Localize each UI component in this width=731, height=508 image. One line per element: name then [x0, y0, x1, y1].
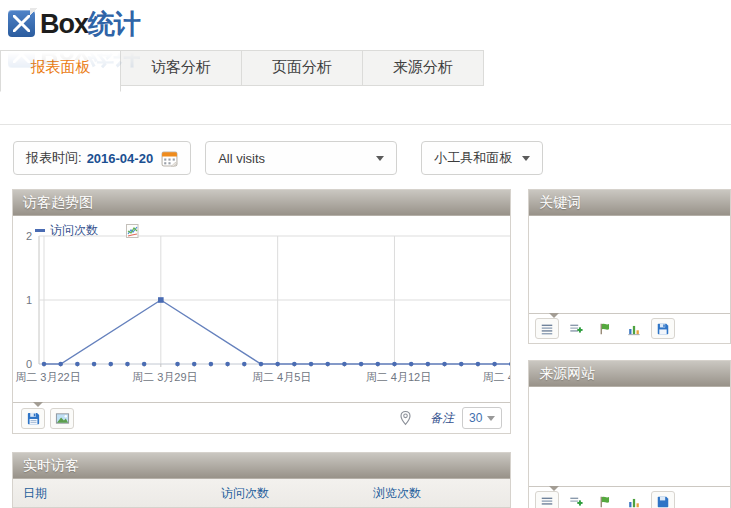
date-value: 2016-04-20: [87, 151, 154, 166]
chart-footer-controls: 备注 30: [393, 407, 502, 429]
dashboard-right-column: 关键词: [528, 189, 731, 508]
chart-legend: 访问次数: [35, 222, 140, 239]
row-limit-value: 30: [469, 411, 482, 425]
referrer-websites-widget-header[interactable]: 来源网站: [529, 361, 730, 387]
annotations-link[interactable]: 备注: [430, 410, 454, 427]
date-range-button[interactable]: 报表时间: 2016-04-20: [13, 141, 191, 175]
logo-fold-decoration: [30, 8, 38, 16]
chevron-down-icon: [487, 416, 495, 421]
tab-referrers[interactable]: 来源分析: [363, 50, 484, 86]
date-label: 报表时间:: [26, 149, 82, 167]
app-header: Box统计 Box统计: [0, 0, 731, 56]
table-more-columns-icon[interactable]: [564, 491, 588, 508]
legend-line-swatch: [35, 229, 45, 232]
keywords-empty-body: [529, 216, 730, 313]
widgets-and-dashboard-button[interactable]: 小工具和面板: [421, 141, 543, 175]
tab-dashboard[interactable]: 报表面板: [0, 50, 121, 92]
svg-text:0: 0: [26, 358, 32, 370]
collapse-arrow-icon[interactable]: [33, 402, 43, 407]
goals-flag-icon[interactable]: [593, 491, 617, 508]
table-view-icon[interactable]: [535, 491, 559, 508]
dashboard-left-column: 访客趋势图 访问次数 012周二 3月22日周二 3月29日周二 4月5日周二 …: [12, 189, 511, 508]
legend-label: 访问次数: [50, 222, 98, 239]
chevron-down-icon: [522, 156, 530, 161]
column-header-date[interactable]: 日期: [23, 485, 221, 502]
export-icon[interactable]: [651, 491, 675, 508]
app-title: Box统计: [40, 7, 140, 41]
svg-text:周二 3月22日: 周二 3月22日: [15, 371, 80, 383]
svg-text:周二 3月29日: 周二 3月29日: [132, 371, 197, 383]
visitor-trend-widget: 访客趋势图 访问次数 012周二 3月22日周二 3月29日周二 4月5日周二 …: [12, 189, 511, 434]
main-nav-tabs: 报表面板 访客分析 页面分析 来源分析: [0, 50, 731, 89]
calendar-icon: [161, 150, 178, 167]
referrer-websites-widget: 来源网站: [528, 360, 731, 508]
realtime-widget-header[interactable]: 实时访客: [13, 453, 510, 479]
table-more-columns-icon[interactable]: [564, 318, 588, 339]
goals-flag-icon[interactable]: [593, 318, 617, 339]
chevron-down-icon: [376, 156, 384, 161]
referrer-websites-widget-footer: [529, 486, 730, 508]
column-header-pageviews[interactable]: 浏览次数: [373, 485, 510, 502]
column-header-visits[interactable]: 访问次数: [221, 485, 373, 502]
row-limit-select[interactable]: 30: [462, 407, 502, 429]
tab-visitors[interactable]: 访客分析: [121, 50, 242, 86]
realtime-table-header: 日期 访问次数 浏览次数: [13, 479, 510, 507]
metrics-picker-icon[interactable]: [124, 223, 140, 239]
collapse-arrow-icon[interactable]: [549, 313, 559, 318]
app-logo: Box统计 Box统计: [8, 7, 188, 41]
bar-chart-icon[interactable]: [622, 491, 646, 508]
keywords-widget: 关键词: [528, 189, 731, 344]
realtime-visitors-widget: 实时访客 日期 访问次数 浏览次数: [12, 452, 511, 508]
svg-text:周二 4月12日: 周二 4月12日: [366, 371, 431, 383]
visitor-trend-widget-header[interactable]: 访客趋势图: [13, 190, 510, 216]
page-divider: [0, 124, 731, 125]
svg-text:周二 4月19日: 周二 4月19日: [483, 371, 511, 383]
visitor-trend-widget-footer: 备注 30: [13, 402, 510, 433]
export-icon[interactable]: [21, 408, 45, 429]
referrer-websites-empty-body: [529, 387, 730, 486]
bar-chart-icon[interactable]: [622, 318, 646, 339]
table-view-icon[interactable]: [535, 318, 559, 339]
collapse-arrow-icon[interactable]: [549, 486, 559, 491]
segment-selector[interactable]: All visits: [205, 141, 397, 175]
report-toolbar: 报表时间: 2016-04-20 All visits 小工具和面板: [13, 141, 731, 175]
image-export-icon[interactable]: [50, 408, 74, 429]
tab-pages[interactable]: 页面分析: [242, 50, 363, 86]
segment-selected-value: All visits: [218, 151, 265, 166]
export-icon[interactable]: [651, 318, 675, 339]
keywords-widget-footer: [529, 313, 730, 343]
widgets-button-label: 小工具和面板: [434, 149, 512, 167]
map-pin-icon[interactable]: [393, 408, 417, 429]
visitor-trend-chart-area: 访问次数 012周二 3月22日周二 3月29日周二 4月5日周二 4月12日周…: [13, 216, 510, 402]
visitor-trend-chart[interactable]: 012周二 3月22日周二 3月29日周二 4月5日周二 4月12日周二 4月1…: [13, 232, 510, 402]
dashboard-content: 访客趋势图 访问次数 012周二 3月22日周二 3月29日周二 4月5日周二 …: [0, 189, 731, 508]
svg-text:1: 1: [26, 294, 32, 306]
svg-text:周二 4月5日: 周二 4月5日: [252, 371, 311, 383]
svg-text:2: 2: [26, 230, 32, 242]
keywords-widget-header[interactable]: 关键词: [529, 190, 730, 216]
